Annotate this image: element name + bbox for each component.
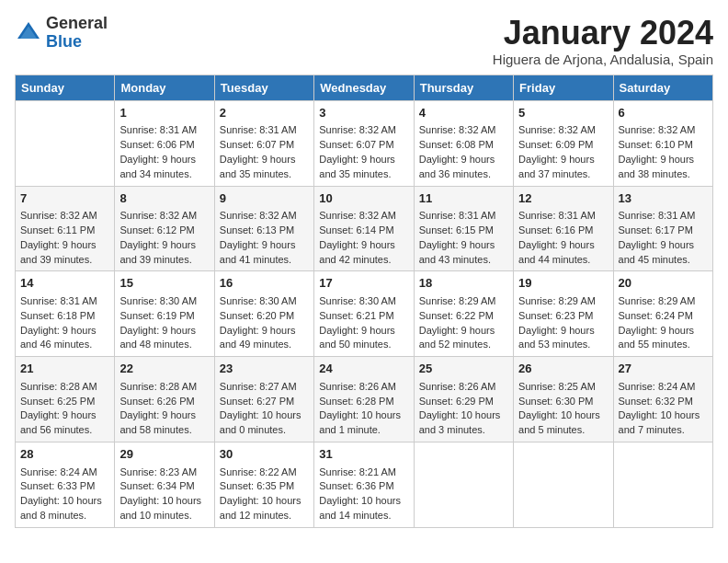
day-number: 24: [319, 361, 408, 377]
day-cell: 6Sunrise: 8:32 AMSunset: 6:10 PMDaylight…: [613, 100, 712, 186]
week-row-4: 21Sunrise: 8:28 AMSunset: 6:25 PMDayligh…: [16, 357, 713, 442]
day-cell: 1Sunrise: 8:31 AMSunset: 6:06 PMDaylight…: [115, 100, 214, 186]
day-number: 30: [220, 446, 309, 463]
day-info: Sunrise: 8:32 AMSunset: 6:14 PMDaylight:…: [319, 209, 408, 268]
day-info: Sunrise: 8:29 AMSunset: 6:24 PMDaylight:…: [619, 294, 708, 353]
week-row-3: 14Sunrise: 8:31 AMSunset: 6:18 PMDayligh…: [16, 271, 713, 357]
logo: General Blue: [15, 15, 108, 52]
day-number: 12: [518, 190, 608, 207]
day-info: Sunrise: 8:32 AMSunset: 6:09 PMDaylight:…: [518, 123, 608, 182]
header-cell-saturday: Saturday: [613, 75, 712, 100]
day-number: 13: [619, 190, 708, 207]
day-cell: 26Sunrise: 8:25 AMSunset: 6:30 PMDayligh…: [514, 357, 613, 442]
day-number: 31: [319, 446, 408, 463]
day-info: Sunrise: 8:32 AMSunset: 6:11 PMDaylight:…: [20, 209, 109, 268]
day-cell: 31Sunrise: 8:21 AMSunset: 6:36 PMDayligh…: [314, 442, 414, 528]
day-number: 8: [119, 190, 209, 207]
location: Higuera de Arjona, Andalusia, Spain: [493, 52, 713, 67]
day-number: 9: [220, 190, 309, 207]
day-info: Sunrise: 8:25 AMSunset: 6:30 PMDaylight:…: [518, 380, 608, 439]
day-number: 28: [20, 446, 109, 463]
day-info: Sunrise: 8:28 AMSunset: 6:25 PMDaylight:…: [20, 380, 109, 439]
day-info: Sunrise: 8:24 AMSunset: 6:32 PMDaylight:…: [619, 380, 708, 439]
day-cell: 17Sunrise: 8:30 AMSunset: 6:21 PMDayligh…: [314, 271, 414, 357]
logo-text: General Blue: [46, 15, 108, 52]
day-cell: 16Sunrise: 8:30 AMSunset: 6:20 PMDayligh…: [214, 271, 313, 357]
header-cell-monday: Monday: [115, 75, 214, 100]
day-info: Sunrise: 8:30 AMSunset: 6:20 PMDaylight:…: [220, 294, 309, 353]
day-cell: 19Sunrise: 8:29 AMSunset: 6:23 PMDayligh…: [514, 271, 613, 357]
day-number: 15: [119, 275, 209, 292]
day-cell: 15Sunrise: 8:30 AMSunset: 6:19 PMDayligh…: [115, 271, 214, 357]
day-cell: 14Sunrise: 8:31 AMSunset: 6:18 PMDayligh…: [16, 271, 115, 357]
day-info: Sunrise: 8:21 AMSunset: 6:36 PMDaylight:…: [319, 465, 408, 524]
day-number: 2: [220, 105, 309, 121]
week-row-5: 28Sunrise: 8:24 AMSunset: 6:33 PMDayligh…: [16, 442, 713, 528]
day-number: 17: [319, 275, 408, 292]
day-number: 25: [419, 361, 508, 377]
day-number: 29: [119, 446, 209, 463]
day-info: Sunrise: 8:31 AMSunset: 6:07 PMDaylight:…: [220, 123, 309, 182]
header-cell-tuesday: Tuesday: [214, 75, 313, 100]
day-cell: [514, 442, 613, 528]
day-info: Sunrise: 8:24 AMSunset: 6:33 PMDaylight:…: [20, 465, 109, 524]
day-number: 7: [20, 190, 109, 207]
day-number: 11: [419, 190, 508, 207]
day-number: 23: [220, 361, 309, 377]
day-number: 6: [619, 105, 708, 121]
day-info: Sunrise: 8:26 AMSunset: 6:29 PMDaylight:…: [419, 380, 508, 439]
page-header: General Blue January 2024 Higuera de Arj…: [15, 15, 713, 67]
day-number: 3: [319, 105, 408, 121]
day-number: 16: [220, 275, 309, 292]
week-row-2: 7Sunrise: 8:32 AMSunset: 6:11 PMDaylight…: [16, 186, 713, 271]
day-cell: 3Sunrise: 8:32 AMSunset: 6:07 PMDaylight…: [314, 100, 414, 186]
day-number: 21: [20, 361, 109, 377]
day-number: 27: [619, 361, 708, 377]
day-cell: [414, 442, 513, 528]
day-cell: 28Sunrise: 8:24 AMSunset: 6:33 PMDayligh…: [16, 442, 115, 528]
day-info: Sunrise: 8:31 AMSunset: 6:17 PMDaylight:…: [619, 209, 708, 268]
day-info: Sunrise: 8:32 AMSunset: 6:07 PMDaylight:…: [319, 123, 408, 182]
day-info: Sunrise: 8:28 AMSunset: 6:26 PMDaylight:…: [119, 380, 209, 439]
header-row: SundayMondayTuesdayWednesdayThursdayFrid…: [16, 75, 713, 100]
day-info: Sunrise: 8:29 AMSunset: 6:22 PMDaylight:…: [419, 294, 508, 353]
day-cell: 10Sunrise: 8:32 AMSunset: 6:14 PMDayligh…: [314, 186, 414, 271]
day-number: 4: [419, 105, 508, 121]
day-number: 19: [518, 275, 608, 292]
day-cell: 27Sunrise: 8:24 AMSunset: 6:32 PMDayligh…: [613, 357, 712, 442]
day-info: Sunrise: 8:32 AMSunset: 6:08 PMDaylight:…: [419, 123, 508, 182]
day-cell: 11Sunrise: 8:31 AMSunset: 6:15 PMDayligh…: [414, 186, 513, 271]
day-info: Sunrise: 8:32 AMSunset: 6:13 PMDaylight:…: [220, 209, 309, 268]
day-cell: 22Sunrise: 8:28 AMSunset: 6:26 PMDayligh…: [115, 357, 214, 442]
day-info: Sunrise: 8:31 AMSunset: 6:16 PMDaylight:…: [518, 209, 608, 268]
day-info: Sunrise: 8:31 AMSunset: 6:15 PMDaylight:…: [419, 209, 508, 268]
day-cell: 29Sunrise: 8:23 AMSunset: 6:34 PMDayligh…: [115, 442, 214, 528]
header-cell-friday: Friday: [514, 75, 613, 100]
day-info: Sunrise: 8:29 AMSunset: 6:23 PMDaylight:…: [518, 294, 608, 353]
day-cell: 9Sunrise: 8:32 AMSunset: 6:13 PMDaylight…: [214, 186, 313, 271]
day-cell: [16, 100, 115, 186]
day-number: 20: [619, 275, 708, 292]
header-cell-thursday: Thursday: [414, 75, 513, 100]
day-number: 14: [20, 275, 109, 292]
calendar-table: SundayMondayTuesdayWednesdayThursdayFrid…: [15, 75, 713, 529]
day-info: Sunrise: 8:32 AMSunset: 6:12 PMDaylight:…: [119, 209, 209, 268]
day-cell: 7Sunrise: 8:32 AMSunset: 6:11 PMDaylight…: [16, 186, 115, 271]
day-cell: 8Sunrise: 8:32 AMSunset: 6:12 PMDaylight…: [115, 186, 214, 271]
day-info: Sunrise: 8:23 AMSunset: 6:34 PMDaylight:…: [119, 465, 209, 524]
day-info: Sunrise: 8:31 AMSunset: 6:06 PMDaylight:…: [119, 123, 209, 182]
day-cell: 2Sunrise: 8:31 AMSunset: 6:07 PMDaylight…: [214, 100, 313, 186]
day-number: 10: [319, 190, 408, 207]
day-cell: 12Sunrise: 8:31 AMSunset: 6:16 PMDayligh…: [514, 186, 613, 271]
day-number: 18: [419, 275, 508, 292]
day-info: Sunrise: 8:30 AMSunset: 6:19 PMDaylight:…: [119, 294, 209, 353]
day-info: Sunrise: 8:32 AMSunset: 6:10 PMDaylight:…: [619, 123, 708, 182]
logo-blue-text: Blue: [46, 33, 108, 52]
day-cell: 24Sunrise: 8:26 AMSunset: 6:28 PMDayligh…: [314, 357, 414, 442]
month-title: January 2024: [493, 15, 713, 52]
day-number: 5: [518, 105, 608, 121]
day-cell: 20Sunrise: 8:29 AMSunset: 6:24 PMDayligh…: [613, 271, 712, 357]
week-row-1: 1Sunrise: 8:31 AMSunset: 6:06 PMDaylight…: [16, 100, 713, 186]
header-cell-wednesday: Wednesday: [314, 75, 414, 100]
header-cell-sunday: Sunday: [16, 75, 115, 100]
